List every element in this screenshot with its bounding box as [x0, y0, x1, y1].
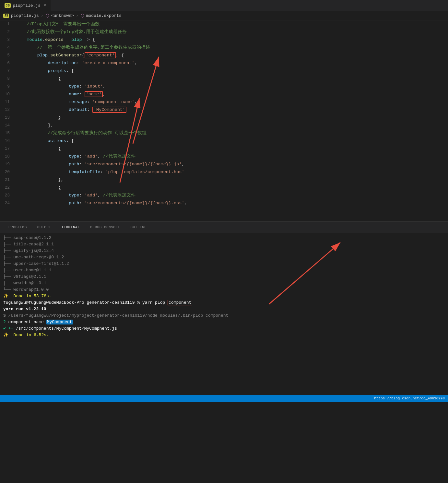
terminal-line: ├── title-case@2.1.1: [3, 241, 445, 248]
tab-debug-console[interactable]: DEBUG CONSOLE: [85, 222, 125, 233]
code-line-24: 24 path: 'src/components/{{name}}/{{name…: [0, 199, 448, 207]
code-line-20: 20 templateFile: 'plop-templates/compone…: [0, 168, 448, 176]
tab-plopfile[interactable]: JS plopfile.js ×: [0, 0, 51, 11]
terminal-line: ├── upper-case-first@1.1.2: [3, 261, 445, 267]
code-line-6: 6 description: 'create a component',: [0, 59, 448, 67]
breadcrumb-filename: plopfile.js: [11, 13, 39, 18]
terminal-line: ├── swap-case@1.1.2: [3, 235, 445, 241]
code-line-15: 15 //完成命令行后需要执行的动作 可以是一个数组: [0, 129, 448, 137]
breadcrumb-sep2: ›: [76, 13, 78, 18]
code-line-8: 8 {: [0, 75, 448, 83]
tab-problems[interactable]: PROBLEMS: [3, 222, 32, 233]
code-line-17: 17 {: [0, 145, 448, 153]
breadcrumb-js-badge: JS: [3, 14, 9, 18]
terminal-line: ├── uglify-js@3.12.4: [3, 248, 445, 254]
terminal-line-path: $ /Users/fuguangwu/Project/myproject/gen…: [3, 312, 445, 319]
js-badge: JS: [5, 3, 11, 8]
code-line-13: 13 }: [0, 114, 448, 122]
code-line-12: 12 default: 'MyCompnent': [0, 106, 448, 114]
terminal-line-prompt: fuguangwu@fuguangwudeMacBook-Pro generat…: [3, 300, 445, 306]
code-line-4: 4 // 第一个参数生成器的名字,第二个参数生成器的描述: [0, 44, 448, 52]
code-line-18: 18 type: 'add', //代表添加文件: [0, 153, 448, 160]
breadcrumb-box-icon1: ⬡: [45, 13, 49, 18]
code-line-3: 3 module.exports = plop => {: [0, 36, 448, 44]
terminal-line: ├── v8flags@2.1.1: [3, 274, 445, 280]
panel-tabs: PROBLEMS OUTPUT TERMINAL DEBUG CONSOLE O…: [0, 221, 448, 233]
code-line-16: 16 actions: [: [0, 137, 448, 145]
code-line-21: 21 },: [0, 176, 448, 184]
terminal-line: ├── unc-path-regex@0.1.2: [3, 254, 445, 261]
code-line-19: 19 path: 'src/components/{{name}}/{{name…: [0, 160, 448, 168]
code-line-23: 23 type: 'add', //代表添加文件: [0, 192, 448, 199]
code-line-2: 2 //此函数接收一个plop对象,用于创建生成器任务: [0, 28, 448, 36]
breadcrumb-box-icon2: ⬡: [80, 13, 84, 18]
breadcrumb-unknown: <unknown>: [51, 13, 74, 18]
breadcrumb-module-exports: module.exports: [86, 13, 122, 18]
terminal-line-yarn: yarn run v1.22.10: [3, 306, 445, 312]
terminal-line-success: ✔ ++ /src/components/MyCompnent/MyCompne…: [3, 325, 445, 332]
code-line-1: 1 //Plop入口文件 需要导出一个函数: [0, 20, 448, 28]
tab-bar: JS plopfile.js ×: [0, 0, 448, 11]
close-icon[interactable]: ×: [44, 3, 46, 8]
tab-output[interactable]: OUTPUT: [32, 222, 56, 233]
terminal-line: ├── user-home@1.1.1: [3, 267, 445, 274]
terminal-line-done2: ✨ Done in 6.52s.: [3, 332, 445, 338]
status-bar: https://blog.csdn.net/qq_40636998: [0, 395, 448, 402]
code-line-9: 9 type: 'input',: [0, 83, 448, 90]
breadcrumb-sep1: ›: [41, 13, 43, 18]
editor: 1 //Plop入口文件 需要导出一个函数 2 //此函数接收一个plop对象,…: [0, 20, 448, 221]
tab-terminal[interactable]: TERMINAL: [56, 222, 85, 233]
terminal-line: └── wordwrap@1.0.0: [3, 287, 445, 293]
code-line-14: 14 ],: [0, 122, 448, 129]
code-line-7: 7 prompts: [: [0, 67, 448, 75]
breadcrumb: JS plopfile.js › ⬡ <unknown> › ⬡ module.…: [0, 11, 448, 20]
code-line-22: 22 {: [0, 184, 448, 192]
terminal-line: ├── wcwidth@1.0.1: [3, 280, 445, 287]
status-url: https://blog.csdn.net/qq_40636998: [374, 396, 445, 400]
tab-label: plopfile.js: [13, 3, 41, 8]
code-line-5: 5 plop.setGenerator('component', {: [0, 52, 448, 59]
terminal-line-done1: ✨ Done in 53.78s.: [3, 293, 445, 300]
tab-outline[interactable]: OUTLINE: [125, 222, 152, 233]
code-line-10: 10 name: 'name',: [0, 90, 448, 98]
code-line-11: 11 message: 'component name',: [0, 98, 448, 106]
terminal: ├── swap-case@1.1.2 ├── title-case@2.1.1…: [0, 233, 448, 395]
terminal-line-question: ? component name MyCompnent: [3, 319, 445, 325]
